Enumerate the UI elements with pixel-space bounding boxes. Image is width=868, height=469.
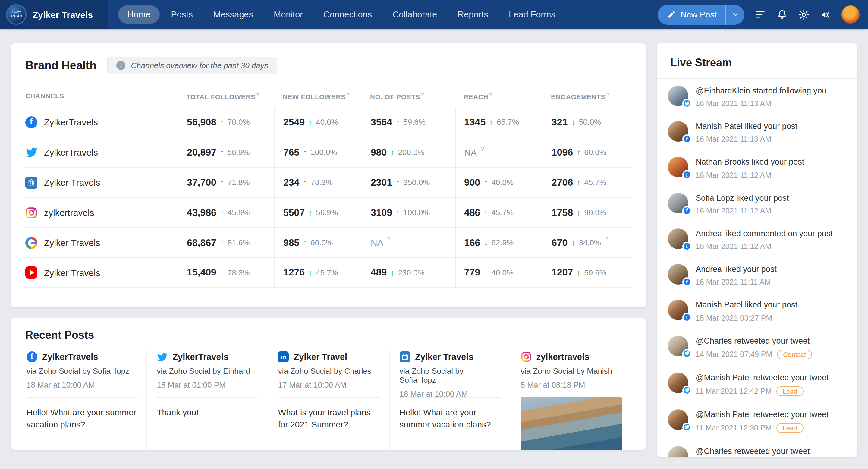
logo-text: Zylker Travels: [7, 10, 25, 19]
up-arrow-icon: ↑: [484, 268, 488, 277]
stream-item[interactable]: @Manish Patel retweeted your tweet 11 Ma…: [657, 403, 857, 439]
info-icon: [117, 61, 126, 70]
nav-item-home[interactable]: Home: [118, 5, 159, 24]
app-logo[interactable]: Zylker Travels: [6, 4, 27, 25]
settings-gear-icon[interactable]: [798, 9, 809, 20]
stream-text: Manish Patel liked your post: [695, 121, 798, 132]
metric-value: 68,867: [187, 237, 216, 248]
table-row: zylkertravels43,986↑45.9%5507↑56.9%3109↑…: [25, 197, 632, 227]
metric-value: 1096: [552, 147, 573, 158]
help-icon[interactable]: ?: [421, 91, 424, 97]
stream-item[interactable]: @Charles retweeted your tweet: [657, 439, 857, 457]
column-header-engagements: ENGAGEMENTS?: [542, 91, 632, 100]
metric-cell: 2301↑350.0%: [362, 167, 455, 197]
metric-percent: 71.8%: [227, 178, 250, 187]
up-arrow-icon: ↑: [308, 268, 312, 277]
metric-percent: 60.0%: [310, 238, 333, 247]
column-header-channels: CHANNELS: [25, 92, 178, 99]
nav-item-collaborate[interactable]: Collaborate: [383, 5, 446, 24]
recent-post[interactable]: Zylker Travels via Zoho Social by Sofia_…: [389, 350, 510, 450]
twitter-badge-icon: [682, 386, 691, 395]
metric-cell: 900↑40.0%: [455, 167, 542, 197]
stream-text: @Manish Patel retweeted your tweet: [695, 409, 829, 420]
twitter-badge-icon: [682, 423, 691, 432]
channel-cell-instagram[interactable]: zylkertravels: [25, 207, 178, 219]
avatar: [668, 409, 688, 430]
channel-cell-google[interactable]: Zylker Travels: [25, 237, 178, 249]
column-header-new-followers: NEW FOLLOWERS?: [274, 91, 362, 100]
up-arrow-icon: ↑: [220, 238, 224, 247]
column-header-total-followers: TOTAL FOLLOWERS?: [178, 91, 274, 100]
stream-timestamp: 16 Mar 2021 11:12 AM: [695, 242, 771, 251]
help-icon[interactable]: ?: [481, 146, 484, 152]
help-icon[interactable]: ?: [388, 236, 391, 242]
metric-value: 1345: [464, 117, 486, 127]
post-via: via Zoho Social by Sofia_lopz: [27, 367, 137, 376]
instagram-icon: [25, 207, 37, 219]
channel-cell-youtube[interactable]: Zylker Travels: [25, 267, 178, 279]
nav-item-monitor[interactable]: Monitor: [265, 5, 312, 24]
help-icon[interactable]: ?: [346, 91, 350, 97]
stream-item[interactable]: f Manish Patel liked your post 16 Mar 20…: [657, 115, 857, 150]
google-my-business-icon: [25, 237, 37, 249]
metric-value: 670: [552, 237, 567, 248]
help-icon[interactable]: ?: [606, 91, 610, 97]
stream-item[interactable]: @EinhardKlein started following you 16 M…: [657, 79, 857, 115]
new-post-main[interactable]: New Post: [658, 4, 725, 24]
stream-item[interactable]: f Nathan Brooks liked your post 16 Mar 2…: [657, 150, 857, 186]
up-arrow-icon: ↑: [303, 238, 307, 247]
stream-item[interactable]: f Manish Patel liked your post 15 Mar 20…: [657, 293, 857, 329]
stream-body: @Charles retweeted your tweet 14 Mar 202…: [695, 336, 812, 359]
brand-title: Zylker Travels: [33, 9, 93, 20]
new-post-dropdown[interactable]: [725, 4, 744, 24]
metric-percent: 59.6%: [403, 118, 426, 127]
notifications-bell-icon[interactable]: [776, 9, 788, 20]
channel-cell-linkedin-page[interactable]: Zylker Travels: [25, 176, 178, 188]
facebook-badge-icon: f: [682, 313, 691, 322]
metric-value: 2706: [552, 177, 573, 188]
avatar: [668, 86, 688, 106]
post-account: zylkertravels: [536, 352, 590, 362]
user-avatar[interactable]: [841, 5, 860, 24]
metric-percent: 65.7%: [497, 118, 519, 127]
metric-cell: 2706↑45.7%: [542, 167, 632, 197]
stream-time-row: 14 Mar 2021 07:49 PM Contact: [695, 350, 812, 359]
up-arrow-icon: ↑: [577, 178, 581, 187]
streams-icon[interactable]: [755, 9, 766, 20]
stream-item[interactable]: @Charles retweeted your tweet 14 Mar 202…: [657, 329, 857, 366]
help-icon[interactable]: ?: [256, 91, 260, 97]
nav-item-posts[interactable]: Posts: [162, 5, 202, 24]
channel-name: Zylker Travels: [44, 238, 100, 248]
stream-text: @Charles retweeted your tweet: [695, 336, 812, 346]
help-icon[interactable]: ?: [489, 91, 493, 97]
metric-percent: 70.0%: [227, 118, 250, 127]
new-post-button[interactable]: New Post: [658, 4, 744, 24]
stream-item[interactable]: f Andrea liked your post 16 Mar 2021 11:…: [657, 257, 857, 293]
help-icon[interactable]: ?: [605, 236, 608, 242]
metric-cell: 489↑230.0%: [362, 258, 455, 287]
instagram-icon: [521, 351, 532, 362]
recent-post[interactable]: fZylkerTravels via Zoho Social by Sofia_…: [25, 350, 147, 450]
nav-item-connections[interactable]: Connections: [314, 5, 381, 24]
recent-post[interactable]: zylkertravels via Zoho Social by Manish …: [510, 350, 632, 450]
channel-cell-facebook[interactable]: fZylkerTravels: [25, 116, 178, 128]
metric-percent: 45.7%: [491, 208, 514, 217]
stream-text: Andrea liked your post: [695, 264, 777, 275]
announcements-megaphone-icon[interactable]: [820, 9, 831, 20]
post-photo: [521, 397, 622, 450]
nav-item-messages[interactable]: Messages: [204, 5, 262, 24]
nav-items: HomePostsMessagesMonitorConnectionsColla…: [118, 5, 564, 24]
stream-item[interactable]: @Manish Patel retweeted your tweet 11 Ma…: [657, 366, 857, 403]
linkedin-page-icon: [399, 351, 410, 362]
metric-value: 321: [552, 117, 567, 127]
stream-item[interactable]: f Andrea liked commented on your post 16…: [657, 222, 857, 257]
recent-post[interactable]: inZylker Travel via Zoho Social by Charl…: [268, 350, 389, 450]
up-arrow-icon: ↑: [577, 148, 581, 157]
metric-value: 985: [283, 237, 299, 248]
channel-cell-twitter[interactable]: ZylkerTravels: [25, 146, 178, 158]
nav-item-reports[interactable]: Reports: [449, 5, 498, 24]
recent-post[interactable]: ZylkerTravels via Zoho Social by Einhard…: [147, 350, 268, 450]
stream-item[interactable]: f Sofia Lopz liked your post 16 Mar 2021…: [657, 186, 857, 222]
up-arrow-icon: ↑: [308, 208, 312, 217]
nav-item-lead-forms[interactable]: Lead Forms: [500, 5, 564, 24]
